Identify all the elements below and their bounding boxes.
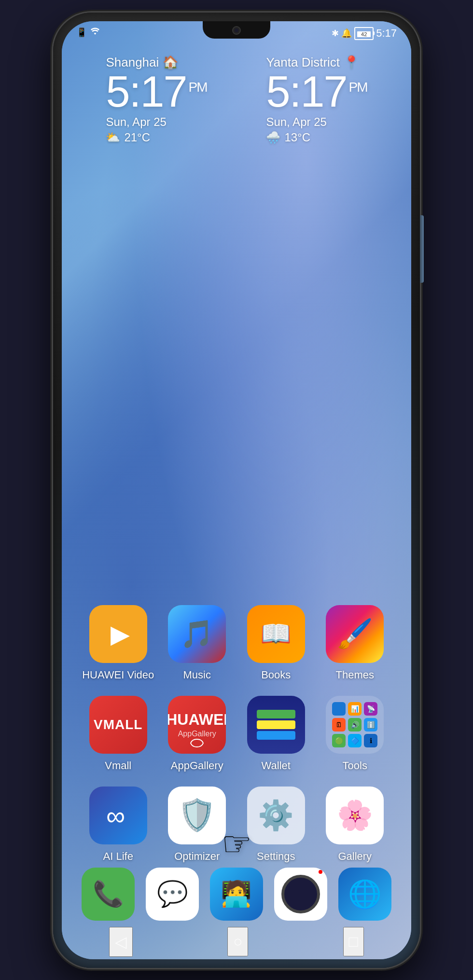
status-right: ✱ 🔔 42 5:17 [332, 25, 397, 40]
app-label-huawei-video: HUAWEI Video [82, 669, 154, 681]
app-gallery[interactable]: 🌸 Gallery [318, 787, 392, 863]
clock-area: Shanghai 🏠 5:17PM Sun, Apr 25 ⛅ 21°C Yan… [62, 55, 411, 144]
icon-tools: 👤 📊 📡 🗓 🔊 ℹ️ 🟢 🔷 ℹ [326, 696, 384, 754]
svg-text:∞: ∞ [106, 801, 125, 831]
wifi-icon [90, 27, 100, 38]
music-note-icon: 🎵 [180, 618, 214, 650]
app-label-appgallery: AppGallery [171, 759, 223, 772]
icon-settings: ⚙️ [247, 787, 305, 844]
phone-outer: 📱 ✱ 🔔 42 5:17 [53, 13, 420, 968]
icon-optimizer: 🛡️ [168, 787, 226, 844]
app-label-optimizer: Optimizer [174, 850, 220, 863]
nav-home[interactable]: ○ [227, 927, 248, 956]
gear-icon: ⚙️ [258, 798, 294, 832]
weather-yanta: 🌧️ 13°C [266, 131, 367, 144]
tool-cell-5: 🔊 [348, 718, 362, 732]
wallet-bar-blue [257, 731, 295, 740]
battery-icon: 42 [354, 27, 374, 40]
bluetooth-icon: ✱ [332, 28, 339, 39]
app-vmall[interactable]: VMALL Vmall [81, 696, 155, 772]
time-shanghai: 5:17PM [106, 70, 207, 113]
app-label-gallery: Gallery [338, 850, 372, 863]
nav-recent[interactable]: □ [343, 927, 364, 956]
app-wallet[interactable]: Wallet [239, 696, 313, 772]
sim-icon: 📱 [76, 27, 87, 38]
nav-back[interactable]: ◁ [109, 927, 133, 957]
phone-icon: 📞 [93, 879, 124, 909]
tool-cell-8: 🔷 [348, 734, 362, 747]
app-books[interactable]: 📖 Books [239, 605, 313, 681]
tool-cell-6: ℹ️ [364, 718, 377, 732]
tool-cell-2: 📊 [348, 702, 362, 716]
shield-icon: 🛡️ [178, 797, 216, 833]
icon-vmall: VMALL [89, 696, 147, 754]
icon-gallery: 🌸 [326, 787, 384, 844]
messages-icon: 💬 [157, 879, 188, 909]
app-themes[interactable]: 🖌️ Themes [318, 605, 392, 681]
app-appgallery[interactable]: HUAWEI AppGallery AppGallery [160, 696, 235, 772]
weather-shanghai: ⛅ 21°C [106, 131, 207, 144]
notification-icon: 🔔 [341, 28, 352, 39]
tools-grid: 👤 📊 📡 🗓 🔊 ℹ️ 🟢 🔷 ℹ [327, 697, 382, 752]
tool-cell-3: 📡 [364, 702, 377, 716]
date-yanta: Sun, Apr 25 [266, 115, 367, 129]
icon-music: 🎵 [168, 605, 226, 663]
icon-themes: 🖌️ [326, 605, 384, 663]
app-label-settings: Settings [257, 850, 295, 863]
tool-cell-7: 🟢 [332, 734, 346, 747]
app-label-themes: Themes [336, 669, 374, 681]
app-label-ai-life: AI Life [103, 850, 133, 863]
icon-ai-life: ∞ [89, 787, 147, 844]
wallet-bar-yellow [257, 720, 295, 729]
wallet-bars [257, 710, 295, 740]
weather-icon-1: ⛅ [106, 131, 120, 144]
app-music[interactable]: 🎵 Music [160, 605, 235, 681]
cursor-hand: ☞ [222, 824, 252, 864]
icon-huawei-video [89, 605, 147, 663]
status-time: 5:17 [376, 27, 397, 40]
phone-screen: 📱 ✱ 🔔 42 5:17 [62, 21, 411, 959]
date-shanghai: Sun, Apr 25 [106, 115, 207, 129]
browser-icon: 🌐 [348, 878, 382, 910]
support-icon: 🧑‍💻 [221, 879, 252, 909]
app-huawei-video[interactable]: HUAWEI Video [81, 605, 155, 681]
book-icon: 📖 [260, 619, 292, 649]
weather-icon-2: 🌧️ [266, 131, 280, 144]
ai-life-svg: ∞ [101, 799, 135, 832]
dock-support[interactable]: 🧑‍💻 [210, 868, 263, 921]
dock-messages[interactable]: 💬 [146, 868, 199, 921]
tool-cell-1: 👤 [332, 702, 346, 716]
camera-lens [281, 875, 320, 913]
app-label-music: Music [183, 669, 211, 681]
tool-cell-9: ℹ [364, 734, 377, 747]
front-camera [232, 26, 241, 35]
clock-widget-shanghai: Shanghai 🏠 5:17PM Sun, Apr 25 ⛅ 21°C [106, 55, 207, 144]
app-label-books: Books [261, 669, 291, 681]
app-label-tools: Tools [343, 759, 367, 772]
app-tools[interactable]: 👤 📊 📡 🗓 🔊 ℹ️ 🟢 🔷 ℹ Tools [318, 696, 392, 772]
status-left: 📱 [76, 25, 100, 38]
paintbrush-icon: 🖌️ [337, 617, 373, 651]
nav-bar: ◁ ○ □ [62, 925, 411, 959]
tool-cell-4: 🗓 [332, 718, 346, 732]
dock-phone[interactable]: 📞 [82, 868, 135, 921]
app-label-wallet: Wallet [262, 759, 291, 772]
dock: 📞 💬 🧑‍💻 🌐 [76, 868, 397, 921]
dock-browser[interactable]: 🌐 [338, 868, 391, 921]
clock-widget-yanta: Yanta District 📍 5:17PM Sun, Apr 25 🌧️ 1… [266, 55, 367, 144]
vmall-text: VMALL [94, 717, 142, 732]
icon-appgallery: HUAWEI AppGallery [168, 696, 226, 754]
notch [203, 21, 270, 39]
dock-camera[interactable] [274, 868, 327, 921]
app-ai-life[interactable]: ∞ AI Life [81, 787, 155, 863]
wallet-bar-green [257, 710, 295, 718]
icon-books: 📖 [247, 605, 305, 663]
flower-icon: 🌸 [337, 798, 373, 832]
time-yanta: 5:17PM [266, 70, 367, 113]
app-label-vmall: Vmall [105, 759, 131, 772]
icon-wallet [247, 696, 305, 754]
